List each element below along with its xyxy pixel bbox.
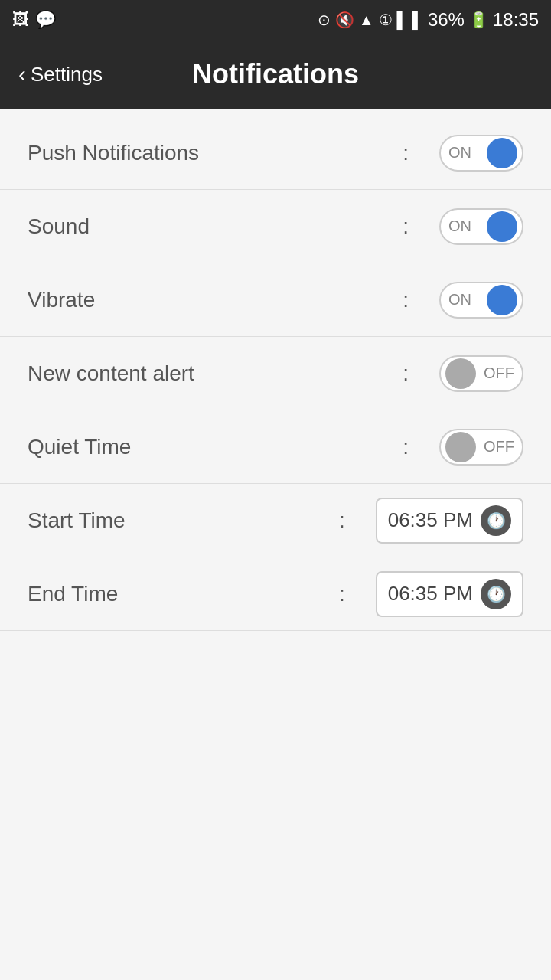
vibrate-toggle-circle xyxy=(487,285,517,315)
status-battery: 36% xyxy=(428,9,465,31)
vibrate-colon: : xyxy=(403,288,409,312)
start-time-picker[interactable]: 06:35 PM 🕐 xyxy=(376,498,523,544)
back-arrow-icon: ‹ xyxy=(18,61,26,87)
status-icons-right: ⊙ 🔇 ▲ ① ▌ ▌ 36% 🔋 18:35 xyxy=(318,9,539,31)
setting-row-start-time: Start Time : 06:35 PM 🕐 xyxy=(0,484,551,557)
battery-icon: 🔋 xyxy=(469,11,488,29)
photo-icon: 🖼 xyxy=(12,10,29,30)
quiet-time-toggle-circle xyxy=(445,432,476,462)
location-icon: ⊙ xyxy=(318,11,331,29)
new-content-alert-toggle-circle xyxy=(445,358,476,389)
quiet-time-label: Quiet Time xyxy=(28,435,403,459)
new-content-alert-colon: : xyxy=(403,361,409,386)
quiet-time-toggle[interactable]: OFF xyxy=(439,429,523,466)
push-notifications-toggle-label: ON xyxy=(445,144,474,162)
sound-colon: : xyxy=(403,214,409,239)
sound-label: Sound xyxy=(28,214,403,239)
sim-icon: ① xyxy=(379,11,393,29)
end-time-label: End Time xyxy=(28,582,339,606)
setting-row-vibrate: Vibrate : ON xyxy=(0,263,551,337)
setting-row-new-content-alert: New content alert : OFF xyxy=(0,337,551,410)
new-content-alert-toggle[interactable]: OFF xyxy=(439,355,523,392)
settings-content: Push Notifications : ON Sound : ON Vibra… xyxy=(0,109,551,980)
status-icons-left: 🖼 💬 xyxy=(12,10,56,30)
end-time-colon: : xyxy=(339,582,345,606)
new-content-alert-toggle-label: OFF xyxy=(481,364,517,382)
back-label: Settings xyxy=(31,63,103,87)
push-notifications-label: Push Notifications xyxy=(28,141,403,165)
vibrate-label: Vibrate xyxy=(28,288,403,312)
quiet-time-colon: : xyxy=(403,435,409,459)
start-time-value: 06:35 PM xyxy=(388,508,473,532)
vibrate-toggle[interactable]: ON xyxy=(439,282,523,318)
setting-row-push-notifications: Push Notifications : ON xyxy=(0,116,551,190)
end-time-picker[interactable]: 06:35 PM 🕐 xyxy=(376,571,523,617)
push-notifications-toggle-circle xyxy=(487,138,517,168)
status-bar: 🖼 💬 ⊙ 🔇 ▲ ① ▌ ▌ 36% 🔋 18:35 xyxy=(0,0,551,40)
status-time: 18:35 xyxy=(493,9,539,31)
push-notifications-toggle[interactable]: ON xyxy=(439,135,523,172)
wechat-icon: 💬 xyxy=(35,10,56,30)
quiet-time-toggle-label: OFF xyxy=(481,438,517,456)
start-time-label: Start Time xyxy=(28,508,339,533)
wifi-icon: ▲ xyxy=(359,11,374,29)
sound-toggle-label: ON xyxy=(445,217,474,235)
push-notifications-colon: : xyxy=(403,141,409,165)
setting-row-quiet-time: Quiet Time : OFF xyxy=(0,410,551,484)
back-button[interactable]: ‹ Settings xyxy=(18,61,103,87)
sound-toggle[interactable]: ON xyxy=(439,208,523,245)
sound-toggle-circle xyxy=(487,211,517,242)
end-time-clock-icon: 🕐 xyxy=(481,579,511,609)
end-time-value: 06:35 PM xyxy=(388,582,473,606)
new-content-alert-label: New content alert xyxy=(28,361,403,386)
setting-row-sound: Sound : ON xyxy=(0,190,551,263)
header: ‹ Settings Notifications xyxy=(0,40,551,109)
mute-icon: 🔇 xyxy=(335,11,354,29)
setting-row-end-time: End Time : 06:35 PM 🕐 xyxy=(0,557,551,631)
signal1-icon: ▌ xyxy=(397,11,408,29)
page-title: Notifications xyxy=(192,58,359,90)
start-time-colon: : xyxy=(339,508,345,533)
vibrate-toggle-label: ON xyxy=(445,291,474,309)
signal2-icon: ▌ xyxy=(412,11,423,29)
start-time-clock-icon: 🕐 xyxy=(481,505,511,536)
